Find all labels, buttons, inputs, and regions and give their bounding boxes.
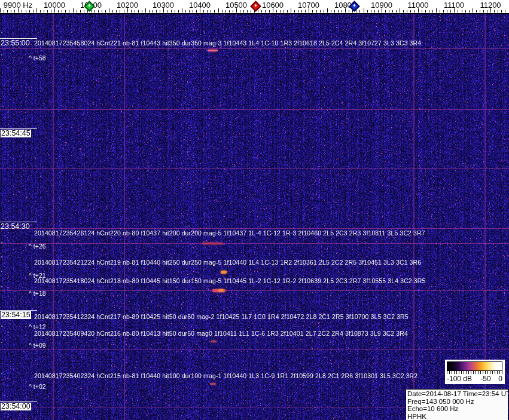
freq-tick — [480, 10, 480, 13]
freq-tick — [62, 10, 62, 13]
colorbar-tick — [480, 371, 481, 374]
freq-tick — [280, 10, 281, 13]
freq-tick — [312, 10, 313, 13]
freq-tick — [135, 10, 135, 13]
freq-tick — [98, 10, 99, 13]
colorbar-tick — [492, 371, 493, 374]
info-date-time: Date=2014-08-17 Time=23:54 UTC — [407, 390, 507, 398]
freq-axis-label: 10300 — [153, 1, 174, 10]
freq-axis-label: 10400 — [189, 1, 211, 10]
freq-tick — [84, 10, 84, 13]
freq-tick — [120, 10, 120, 13]
freq-tick — [320, 10, 321, 13]
freq-tick — [505, 10, 505, 13]
colorbar-tick — [483, 371, 483, 374]
freq-tick — [396, 10, 397, 13]
freq-tick — [501, 10, 502, 13]
freq-tick — [36, 8, 37, 13]
freq-tick — [258, 10, 258, 13]
freq-tick — [44, 10, 44, 13]
freq-tick — [109, 8, 109, 13]
freq-tick — [429, 10, 429, 13]
freq-tick — [410, 10, 411, 13]
freq-tick — [334, 10, 335, 13]
freq-axis-label: 11100 — [444, 1, 464, 10]
freq-tick — [29, 10, 30, 13]
freq-tick — [207, 10, 208, 13]
colorbar-tick — [471, 371, 471, 374]
freq-tick — [26, 10, 26, 13]
frequency-axis: 9900 Hz100001010010200103001040010500106… — [0, 0, 509, 14]
colorbar-tick — [468, 371, 469, 374]
freq-axis-label: 10900 — [371, 1, 392, 10]
freq-tick — [392, 10, 393, 13]
colorbar-tick — [454, 371, 455, 374]
freq-tick — [145, 8, 146, 13]
freq-tick — [367, 10, 368, 13]
freq-tick — [403, 10, 404, 13]
freq-tick — [342, 10, 342, 13]
freq-tick — [0, 8, 1, 13]
freq-axis-label: 10000 — [44, 1, 65, 10]
freq-tick — [487, 10, 487, 13]
colorbar-tick — [473, 371, 474, 374]
colorbar-tick — [449, 371, 450, 374]
freq-tick — [294, 10, 295, 13]
marker-center-dot — [353, 4, 355, 7]
freq-tick — [153, 10, 153, 13]
freq-tick — [218, 8, 219, 13]
freq-tick — [440, 10, 440, 13]
freq-tick — [349, 10, 349, 13]
freq-tick — [432, 10, 433, 13]
freq-tick — [225, 10, 226, 13]
red-echo-marker-diamond[interactable] — [250, 1, 261, 11]
marker-center-dot — [88, 4, 90, 7]
colorbar-tick — [490, 371, 490, 374]
freq-tick — [265, 10, 266, 13]
freq-tick — [51, 10, 51, 13]
freq-tick — [261, 10, 262, 13]
freq-tick — [324, 10, 324, 13]
colorbar-label-mid: -50 — [480, 375, 490, 383]
freq-tick — [407, 10, 407, 13]
freq-tick — [469, 10, 470, 13]
freq-tick — [462, 10, 462, 13]
freq-tick — [58, 10, 59, 13]
colorbar-tick — [447, 371, 447, 374]
freq-tick — [222, 10, 223, 13]
colorbar-tick — [459, 371, 459, 374]
freq-axis-label: 10600 — [262, 1, 284, 10]
freq-tick — [22, 10, 22, 13]
freq-tick — [316, 10, 317, 13]
freq-tick — [69, 10, 69, 13]
freq-tick — [498, 10, 498, 13]
freq-tick — [359, 10, 360, 13]
marker-center-dot — [254, 4, 257, 7]
freq-tick — [33, 10, 33, 13]
freq-tick — [443, 10, 444, 13]
freq-tick — [385, 10, 386, 13]
freq-tick — [175, 10, 175, 13]
freq-tick — [4, 10, 4, 13]
freq-tick — [149, 10, 150, 13]
colorbar-tick — [452, 371, 452, 374]
freq-tick — [291, 8, 291, 13]
colorbar-tick — [464, 371, 464, 374]
freq-tick — [422, 10, 422, 13]
freq-tick — [436, 8, 437, 13]
colorbar-tick — [495, 371, 495, 374]
colorbar-label-min: -100 dB — [447, 375, 472, 383]
info-echo-freq: Echo=10 600 Hz — [407, 405, 507, 413]
colorbar-labels: -100 dB -50 0 — [445, 375, 505, 384]
freq-tick — [112, 10, 113, 13]
colorbar-tick — [502, 371, 502, 374]
spectrogram-canvas[interactable] — [0, 13, 509, 420]
freq-tick — [425, 10, 426, 13]
freq-tick — [374, 10, 375, 13]
freq-tick — [189, 10, 190, 13]
freq-tick — [80, 10, 81, 13]
freq-tick — [450, 10, 451, 13]
freq-tick — [243, 10, 244, 13]
freq-tick — [77, 10, 77, 13]
freq-tick — [483, 10, 484, 13]
